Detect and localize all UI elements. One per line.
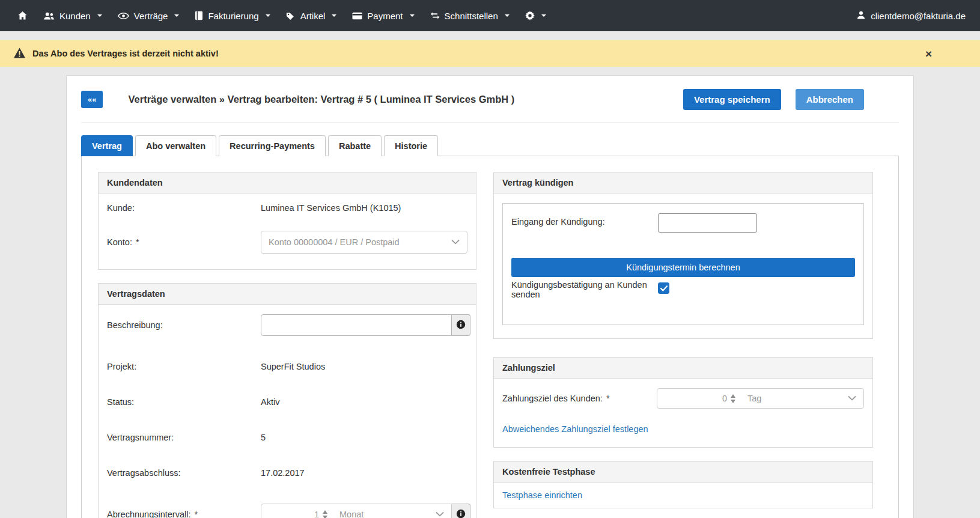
row-eingang-kuendigung: Eingang der Kündigung:: [511, 213, 855, 233]
beschreibung-input[interactable]: [261, 314, 452, 336]
row-vertragsabschluss: Vertragsabschluss: 17.02.2017: [107, 468, 467, 478]
page-title: Verträge verwalten » Vertrag bearbeiten:…: [128, 94, 514, 105]
kuendigungsbestaetigung-label: Kündigungsbestätigung an Kunden senden: [511, 280, 658, 299]
check-icon: [660, 284, 668, 293]
page-header: «« Verträge verwalten » Vertrag bearbeit…: [81, 89, 899, 123]
row-konto: Konto:* Konto 00000004 / EUR / Postpaid: [107, 231, 467, 254]
info-icon: [456, 509, 466, 518]
row-beschreibung: Beschreibung:: [107, 314, 467, 336]
invoices-book-icon: [195, 11, 203, 20]
alert-message: Das Abo des Vertrages ist derzeit nicht …: [32, 49, 219, 58]
spinner-down-icon[interactable]: [731, 400, 735, 403]
nav-schnittstellen[interactable]: Schnittstellen: [422, 0, 517, 31]
warning-icon: [13, 47, 26, 60]
main-card: «« Verträge verwalten » Vertrag bearbeit…: [66, 75, 914, 518]
caret-down-icon: [541, 14, 546, 17]
caret-down-icon: [332, 14, 336, 17]
panel-zahlungsziel: Zahlungsziel Zahlungsziel des Kunden:*: [493, 357, 873, 448]
page: Kunden Verträge Fakturierung Artikel Pay…: [0, 0, 980, 518]
required-mark: *: [136, 237, 139, 247]
header-actions: Vertrag speichern Abbrechen: [683, 89, 864, 110]
vertragsnummer-label: Vertragsnummer:: [107, 433, 261, 442]
right-column: Vertrag kündigen Eingang der Kündigung: …: [493, 172, 873, 518]
panel-kostenfreie-testphase: Kostenfreie Testphase Testphase einricht…: [493, 461, 873, 508]
row-vertragsnummer: Vertragsnummer: 5: [107, 433, 467, 442]
tab-rabatte[interactable]: Rabatte: [328, 135, 382, 156]
spinner-up-icon[interactable]: [731, 394, 735, 398]
caret-down-icon: [505, 14, 510, 17]
nav-payment[interactable]: Payment: [344, 0, 422, 31]
intervall-count-input[interactable]: [261, 504, 321, 518]
intervall-stepper[interactable]: [321, 504, 332, 518]
spinner-down-icon[interactable]: [323, 516, 327, 518]
alert-close-button[interactable]: ×: [925, 48, 932, 59]
kuendigungsbestaetigung-checkbox[interactable]: [658, 282, 669, 294]
kunde-label: Kunde:: [107, 203, 261, 213]
credit-card-icon: [352, 12, 362, 20]
panel-vertrag-kuendigen: Vertrag kündigen Eingang der Kündigung: …: [493, 172, 873, 339]
konto-select[interactable]: Konto 00000004 / EUR / Postpaid: [261, 231, 467, 254]
eingang-kuendigung-label: Eingang der Kündigung:: [511, 213, 658, 227]
nav-home[interactable]: [10, 0, 35, 31]
nav-item-label: Schnittstellen: [445, 11, 498, 21]
tab-vertrag[interactable]: Vertrag: [81, 135, 133, 156]
info-button[interactable]: [452, 504, 470, 518]
eingang-kuendigung-input[interactable]: [658, 213, 757, 233]
tab-historie[interactable]: Historie: [384, 135, 438, 156]
exchange-icon: [430, 11, 440, 20]
nav-fakturierung[interactable]: Fakturierung: [187, 0, 278, 31]
users-icon: [43, 11, 55, 20]
row-status: Status: Aktiv: [107, 397, 467, 407]
zahlungsziel-stepper[interactable]: [729, 389, 740, 408]
panel-vertragsdaten: Vertragsdaten Beschreibung:: [98, 283, 476, 518]
nav-vertraege[interactable]: Verträge: [110, 0, 187, 31]
user-email: clientdemo@fakturia.de: [871, 11, 966, 21]
nav-artikel[interactable]: Artikel: [278, 0, 345, 31]
user-icon: [857, 11, 865, 21]
row-projekt: Projekt: SuperFit Studios: [107, 362, 467, 371]
spinner-up-icon[interactable]: [323, 510, 327, 514]
nav-settings[interactable]: [517, 0, 554, 31]
required-mark: *: [194, 510, 198, 518]
zahlungsziel-tage-input[interactable]: [657, 389, 729, 408]
vertragsnummer-value: 5: [261, 433, 266, 442]
required-mark: *: [606, 394, 610, 403]
beschreibung-label: Beschreibung:: [107, 320, 261, 330]
back-button[interactable]: ««: [81, 91, 103, 108]
save-contract-button[interactable]: Vertrag speichern: [683, 89, 781, 110]
zahlungsziel-label: Zahlungsziel des Kunden:*: [502, 394, 657, 403]
kunde-value: Luminea IT Services GmbH (K1015): [261, 203, 401, 213]
caret-down-icon: [174, 14, 179, 17]
kuendigungstermin-berechnen-button[interactable]: Kündigungstermin berechnen: [511, 258, 855, 277]
tab-bar: Vertrag Abo verwalten Recurring-Payments…: [81, 135, 899, 156]
konto-label: Konto:*: [107, 237, 261, 247]
panel-title: Vertragsdaten: [99, 284, 476, 305]
status-value: Aktiv: [261, 397, 279, 407]
panel-title: Zahlungsziel: [494, 358, 872, 379]
tags-icon: [286, 11, 296, 20]
nav-item-label: Verträge: [134, 11, 168, 21]
panel-title: Kundendaten: [99, 172, 476, 193]
tab-abo-verwalten[interactable]: Abo verwalten: [135, 135, 216, 156]
nav-item-label: Artikel: [300, 11, 326, 21]
panel-title: Vertrag kündigen: [494, 172, 872, 193]
intervall-unit-select[interactable]: Monat: [332, 504, 451, 518]
testphase-einrichten-link[interactable]: Testphase einrichten: [502, 490, 582, 500]
caret-down-icon: [410, 14, 415, 17]
kuendigen-box: Eingang der Kündigung: Kündigungstermin …: [502, 203, 864, 325]
nav-item-label: Payment: [367, 11, 403, 21]
nav-user-menu[interactable]: clientdemo@fakturia.de: [857, 11, 970, 21]
nav-kunden[interactable]: Kunden: [35, 0, 110, 31]
alert-banner: Das Abo des Vertrages ist derzeit nicht …: [0, 40, 980, 67]
tab-recurring-payments[interactable]: Recurring-Payments: [219, 135, 326, 156]
row-kunde: Kunde: Luminea IT Services GmbH (K1015): [107, 203, 467, 213]
projekt-label: Projekt:: [107, 362, 261, 371]
abweichendes-zahlungsziel-link[interactable]: Abweichendes Zahlungsziel festlegen: [502, 424, 648, 434]
panel-title: Kostenfreie Testphase: [494, 462, 872, 483]
zahlungsziel-unit-select[interactable]: Tag: [740, 389, 863, 408]
cancel-button[interactable]: Abbrechen: [796, 89, 864, 110]
info-button[interactable]: [452, 314, 470, 336]
intervall-unit-value: Monat: [339, 510, 364, 518]
status-label: Status:: [107, 397, 261, 407]
caret-down-icon: [97, 14, 102, 17]
